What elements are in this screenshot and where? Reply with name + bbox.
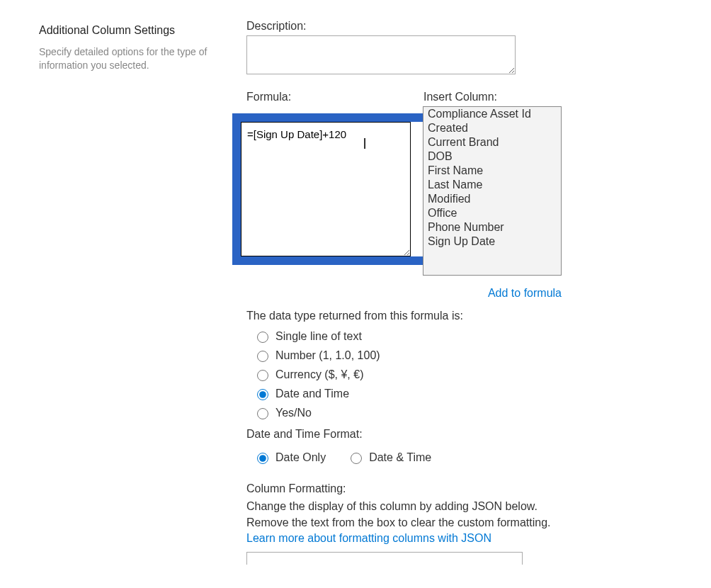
radio-currency[interactable]: Currency ($, ¥, €): [246, 365, 672, 384]
list-item[interactable]: Compliance Asset Id: [423, 107, 561, 121]
datetime-format-label: Date and Time Format:: [246, 428, 672, 441]
radio-input[interactable]: [257, 453, 268, 464]
insert-column-label: Insert Column:: [423, 91, 562, 103]
radio-date-only[interactable]: Date Only: [254, 448, 326, 467]
column-formatting-label: Column Formatting:: [246, 482, 672, 495]
radio-label: Number (1, 1.0, 100): [275, 349, 380, 362]
radio-label: Single line of text: [275, 330, 362, 343]
list-item[interactable]: DOB: [423, 149, 561, 164]
radio-label: Date & Time: [369, 451, 431, 464]
radio-label: Currency ($, ¥, €): [275, 368, 363, 381]
description-label: Description:: [246, 20, 672, 33]
json-formatting-input[interactable]: [246, 552, 523, 565]
list-item[interactable]: Created: [423, 121, 561, 135]
radio-input[interactable]: [257, 408, 268, 419]
radio-single-line[interactable]: Single line of text: [246, 327, 672, 346]
radio-label: Date and Time: [275, 388, 349, 400]
list-item[interactable]: First Name: [423, 164, 561, 178]
radio-label: Date Only: [275, 451, 326, 464]
radio-label: Yes/No: [275, 407, 312, 419]
list-item[interactable]: Phone Number: [423, 220, 561, 234]
section-heading: Additional Column Settings: [39, 24, 220, 37]
list-item[interactable]: Office: [423, 206, 561, 220]
radio-date-and-time[interactable]: Date & Time: [347, 448, 431, 467]
radio-input[interactable]: [351, 453, 362, 464]
data-type-label: The data type returned from this formula…: [246, 310, 672, 322]
list-item[interactable]: Modified: [423, 192, 561, 206]
formula-highlight-box: I: [232, 113, 434, 265]
description-input[interactable]: [246, 35, 516, 74]
section-description: Specify detailed options for the type of…: [39, 45, 220, 72]
radio-yes-no[interactable]: Yes/No: [246, 403, 672, 422]
radio-input[interactable]: [257, 332, 268, 343]
list-item[interactable]: Sign Up Date: [423, 234, 561, 249]
formula-input[interactable]: [241, 122, 411, 256]
radio-input[interactable]: [257, 389, 268, 400]
column-formatting-desc-2: Remove the text from the box to clear th…: [246, 514, 672, 531]
list-item[interactable]: Current Brand: [423, 135, 561, 149]
radio-date-time[interactable]: Date and Time: [246, 384, 672, 403]
column-formatting-desc-1: Change the display of this column by add…: [246, 498, 672, 514]
insert-column-listbox[interactable]: Compliance Asset Id Created Current Bran…: [423, 106, 562, 276]
radio-number[interactable]: Number (1, 1.0, 100): [246, 346, 672, 365]
add-to-formula-link[interactable]: Add to formula: [423, 287, 562, 300]
list-item[interactable]: Last Name: [423, 178, 561, 192]
radio-input[interactable]: [257, 370, 268, 381]
learn-more-json-link[interactable]: Learn more about formatting columns with…: [246, 532, 491, 545]
formula-label: Formula:: [246, 91, 423, 103]
radio-input[interactable]: [257, 351, 268, 362]
